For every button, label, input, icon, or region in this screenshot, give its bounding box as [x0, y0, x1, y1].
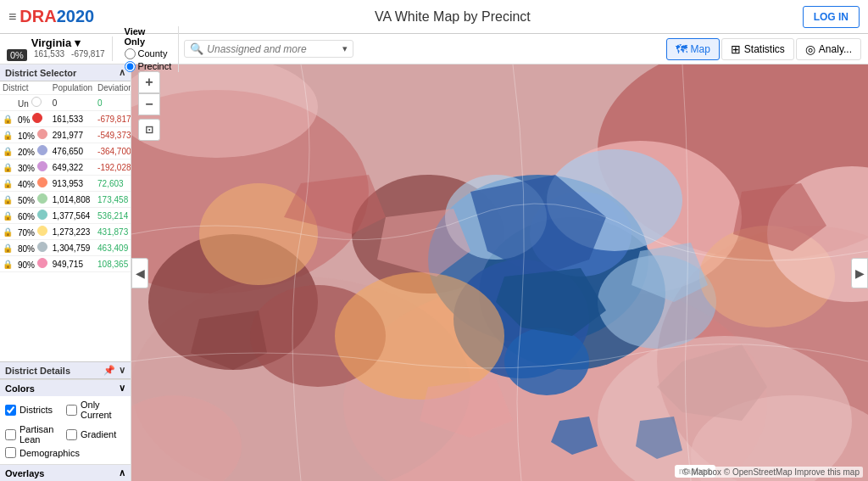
zoom-in-button[interactable]: + [138, 71, 160, 93]
overlays-chevron[interactable]: ∧ [119, 467, 125, 478]
details-chevron[interactable]: ∨ [119, 365, 125, 376]
tab-analysis[interactable]: ◎ Analy... [796, 38, 861, 60]
map-icon: 🗺 [676, 42, 687, 56]
district-id-cell: 60% [15, 208, 50, 224]
col-deviation: Deviation [95, 81, 131, 95]
lock-cell [0, 95, 15, 111]
district-selector-header[interactable]: District Selector ∧ [0, 64, 131, 81]
lock-icon: 🔒 [3, 163, 13, 172]
district-id-cell: Un [15, 95, 50, 111]
demographics-checkbox[interactable] [5, 447, 16, 458]
precinct-label[interactable]: Precinct [138, 61, 172, 71]
tab-statistics[interactable]: ⊞ Statistics [721, 38, 794, 60]
tab-map[interactable]: 🗺 Map [666, 38, 720, 60]
table-row[interactable]: 🔒60% 1,377,564536,214 [0, 208, 131, 224]
district-id-cell: 90% [15, 256, 50, 272]
zoom-out-button[interactable]: − [138, 93, 160, 115]
district-dot [37, 177, 47, 187]
overlays-header[interactable]: Overlays ∧ [0, 465, 131, 481]
stat1: 161,533 [34, 49, 64, 61]
zoom-fit-button[interactable]: ⊡ [138, 119, 160, 141]
district-id: 40% [18, 180, 35, 189]
partisan-lean-checkbox[interactable] [5, 429, 16, 440]
state-name[interactable]: Virginia ▾ [31, 36, 81, 49]
precinct-radio[interactable] [125, 61, 136, 72]
lock-cell: 🔒 [0, 224, 15, 240]
table-row[interactable]: 🔒40% 913,95372,603 [0, 176, 131, 192]
pin-icon[interactable]: 📌 [103, 365, 115, 376]
nav-left-icon: ◀ [136, 266, 145, 280]
district-details-header[interactable]: District Details 📌 ∨ [0, 361, 131, 379]
population-cell: 1,273,223 [50, 224, 95, 240]
population-cell: 949,715 [50, 256, 95, 272]
lock-cell: 🔒 [0, 192, 15, 208]
population-cell: 161,533 [50, 111, 95, 127]
partisan-lean-label[interactable]: Partisan Lean [19, 424, 64, 445]
state-stats: 0% 161,533 -679,817 [7, 49, 105, 61]
table-row[interactable]: 🔒20% 476,650-364,700 [0, 143, 131, 159]
district-dot [37, 210, 47, 220]
search-dropdown-icon[interactable]: ▾ [342, 43, 348, 54]
deviation-cell: -549,373 [95, 127, 131, 143]
only-current-checkbox[interactable] [66, 405, 77, 416]
district-id-cell: 70% [15, 224, 50, 240]
table-row[interactable]: 🔒90% 949,715108,365 [0, 256, 131, 272]
deviation-cell: -192,028 [95, 159, 131, 176]
table-row[interactable]: 🔒70% 1,273,223431,873 [0, 224, 131, 240]
colors-title: Colors [5, 383, 35, 394]
table-row[interactable]: 🔒0% 161,533-679,817 [0, 111, 131, 127]
hamburger-button[interactable]: ≡ [8, 9, 16, 25]
colors-options: Districts Only Current Partisan Lean Gra… [5, 400, 125, 447]
nav-left-button[interactable]: ◀ [131, 258, 148, 288]
lock-cell: 🔒 [0, 127, 15, 143]
logo-dra: DRA [19, 7, 56, 25]
search-input[interactable] [207, 43, 342, 55]
deviation-cell: -679,817 [95, 111, 131, 127]
map-area[interactable]: + − ⊡ ▶ mapbox © Mapbox © OpenStreetMap … [131, 64, 868, 481]
analysis-icon: ◎ [805, 42, 815, 56]
left-panel: District Selector ∧ District Population … [0, 64, 131, 481]
population-cell: 1,304,759 [50, 240, 95, 256]
only-current-label[interactable]: Only Current [81, 400, 125, 420]
district-details-controls: 📌 ∨ [103, 365, 125, 376]
lock-icon: 🔒 [3, 227, 13, 237]
nav-right-button[interactable]: ▶ [851, 258, 868, 288]
lock-cell: 🔒 [0, 159, 15, 176]
table-row[interactable]: 🔒30% 649,322-192,028 [0, 159, 131, 176]
lock-cell: 🔒 [0, 111, 15, 127]
search-icon: 🔍 [190, 42, 203, 55]
district-table: District Population Deviation Un 00🔒0% 1… [0, 81, 131, 272]
district-id: 60% [18, 212, 35, 221]
county-label[interactable]: County [138, 48, 168, 59]
colors-section: Colors ∨ Districts Only Current Partisa [0, 379, 131, 464]
col-district: District [0, 81, 50, 95]
map-controls: + − ⊡ [138, 71, 160, 141]
lock-cell: 🔒 [0, 176, 15, 192]
colors-header[interactable]: Colors ∨ [0, 380, 131, 396]
login-button[interactable]: LOG IN [803, 6, 860, 28]
district-id: 20% [18, 148, 35, 157]
table-row[interactable]: 🔒80% 1,304,759463,409 [0, 240, 131, 256]
deviation-cell: -364,700 [95, 143, 131, 159]
lock-icon: 🔒 [3, 243, 13, 253]
population-cell: 0 [50, 95, 95, 111]
state-selector[interactable]: Virginia ▾ 0% 161,533 -679,817 [7, 36, 113, 61]
map-attribution[interactable]: © Mapbox © OpenStreetMap Improve this ma… [679, 467, 863, 478]
demographics-label[interactable]: Demographics [19, 448, 80, 458]
lock-icon: 🔒 [3, 131, 13, 140]
search-area[interactable]: 🔍 ▾ [184, 40, 353, 58]
only-current-color-row: Only Current [66, 400, 125, 420]
table-row[interactable]: 🔒10% 291,977-549,373 [0, 127, 131, 143]
colors-chevron[interactable]: ∨ [119, 383, 125, 394]
tab-map-label: Map [691, 43, 710, 55]
districts-checkbox[interactable] [5, 405, 16, 416]
table-row[interactable]: 🔒50% 1,014,808173,458 [0, 192, 131, 208]
gradient-checkbox[interactable] [66, 429, 77, 440]
gradient-label[interactable]: Gradient [81, 429, 116, 439]
districts-color-label[interactable]: Districts [19, 405, 53, 415]
county-radio[interactable] [125, 48, 136, 59]
district-id: 50% [18, 196, 35, 205]
district-id: Un [18, 99, 29, 109]
lock-cell: 🔒 [0, 143, 15, 159]
table-row[interactable]: Un 00 [0, 95, 131, 111]
